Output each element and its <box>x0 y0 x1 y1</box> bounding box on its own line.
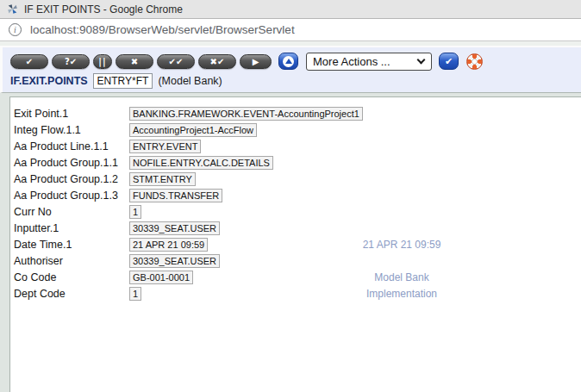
application-name: IF.EXIT.POINTS <box>10 75 88 87</box>
reject-button-icon: ✖✔ <box>210 57 225 66</box>
commit-button-icon: ✔ <box>26 57 33 66</box>
field-label: Curr No <box>14 206 129 218</box>
toolbar: ✔?✔||✖✔✔✖✔▶ More Actions ... ✔ <box>3 47 581 70</box>
field-label: Authoriser <box>14 255 129 267</box>
app-favicon-icon <box>7 3 18 15</box>
field-value: FUNDS.TRANSFER <box>129 189 222 202</box>
field-label: Date Time.1 <box>14 239 129 251</box>
field-label: Exit Point.1 <box>14 108 129 120</box>
delete-button-icon: ✖ <box>131 57 138 66</box>
reject-button[interactable]: ✖✔ <box>198 54 236 69</box>
window-titlebar: IF EXIT POINTS - Google Chrome <box>0 0 581 19</box>
more-actions-label: More Actions ... <box>313 55 390 68</box>
field-value: GB-001-0001 <box>129 271 193 284</box>
t24-header: ✔?✔||✖✔✔✖✔▶ More Actions ... ✔ IF.EXIT.P… <box>0 46 581 93</box>
form-row: Dept Code1Implementation <box>14 285 581 302</box>
field-value: BANKING.FRAMEWORK.EVENT-AccountingProjec… <box>129 107 363 121</box>
help-lifering-icon[interactable] <box>466 53 483 70</box>
record-id-field: ENTRY*FT <box>93 73 153 89</box>
form-row: Exit Point.1BANKING.FRAMEWORK.EVENT-Acco… <box>14 105 581 121</box>
authorise-button-icon: ✔✔ <box>169 57 184 66</box>
field-value: NOFILE.ENTRY.CALC.DETAILS <box>129 156 273 170</box>
field-enrichment: Model Bank <box>346 271 458 283</box>
field-label: Aa Product Group.1.1 <box>14 157 129 169</box>
field-value: 21 APR 21 09:59 <box>129 238 208 252</box>
form-row: Date Time.121 APR 21 09:5921 APR 21 09:5… <box>14 236 581 252</box>
address-bar[interactable]: localhost:9089/BrowserWeb/servlet/Browse… <box>0 19 581 41</box>
field-value: AccountingProject1-AccFlow <box>129 123 257 137</box>
field-label: Inputter.1 <box>14 222 129 234</box>
check-icon: ✔ <box>445 56 453 67</box>
authorise-button[interactable]: ✔✔ <box>157 54 195 69</box>
form-row: Aa Product Group.1.3FUNDS.TRANSFER <box>14 187 581 203</box>
expand-toolbar-button[interactable] <box>278 53 298 70</box>
field-label: Aa Product Group.1.3 <box>14 190 129 202</box>
field-value: ENTRY.EVENT <box>129 140 201 153</box>
hold-button[interactable]: || <box>93 54 112 69</box>
field-label: Co Code <box>14 271 129 283</box>
form-row: Aa Product Group.1.2STMT.ENTRY <box>14 171 581 187</box>
site-info-icon[interactable] <box>9 23 22 36</box>
validate-button[interactable]: ?✔ <box>52 54 90 69</box>
form-row: Inputter.130339_SEAT.USER <box>14 220 581 236</box>
window-title: IF EXIT POINTS - Google Chrome <box>24 3 183 16</box>
bank-label: (Model Bank) <box>158 75 222 87</box>
confirm-button[interactable]: ✔ <box>439 53 459 70</box>
form-row: Integ Flow.1.1AccountingProject1-AccFlow <box>14 121 581 138</box>
hold-button-icon: || <box>98 57 106 66</box>
field-label: Aa Product Group.1.2 <box>14 173 129 185</box>
record-form-panel: Exit Point.1BANKING.FRAMEWORK.EVENT-Acco… <box>9 96 581 392</box>
field-label: Dept Code <box>14 288 129 300</box>
validate-button-icon: ?✔ <box>65 57 77 66</box>
form-row: Co CodeGB-001-0001Model Bank <box>14 269 581 285</box>
forward-button[interactable]: ▶ <box>240 54 272 69</box>
record-header: IF.EXIT.POINTS ENTRY*FT (Model Bank) <box>3 73 581 89</box>
field-enrichment: Implementation <box>346 288 458 300</box>
forward-button-icon: ▶ <box>253 57 259 66</box>
field-value: STMT.ENTRY <box>129 172 196 186</box>
field-label: Aa Product Line.1.1 <box>14 140 129 152</box>
form-rows: Exit Point.1BANKING.FRAMEWORK.EVENT-Acco… <box>14 105 581 302</box>
form-row: Authoriser30339_SEAT.USER <box>14 252 581 269</box>
chevron-down-icon <box>417 55 426 64</box>
field-value: 1 <box>129 287 141 301</box>
commit-button[interactable]: ✔ <box>10 54 48 69</box>
field-label: Integ Flow.1.1 <box>14 124 129 136</box>
form-row: Aa Product Group.1.1NOFILE.ENTRY.CALC.DE… <box>14 154 581 171</box>
field-enrichment: 21 APR 21 09:59 <box>346 239 458 251</box>
up-arrow-icon <box>283 56 294 67</box>
field-value: 30339_SEAT.USER <box>129 254 220 268</box>
field-value: 30339_SEAT.USER <box>129 221 220 235</box>
url-text[interactable]: localhost:9089/BrowserWeb/servlet/Browse… <box>30 23 295 36</box>
form-row: Curr No1 <box>14 203 581 220</box>
form-row: Aa Product Line.1.1ENTRY.EVENT <box>14 138 581 154</box>
field-value: 1 <box>129 205 141 219</box>
delete-button[interactable]: ✖ <box>116 54 153 69</box>
more-actions-select[interactable]: More Actions ... <box>306 53 432 71</box>
